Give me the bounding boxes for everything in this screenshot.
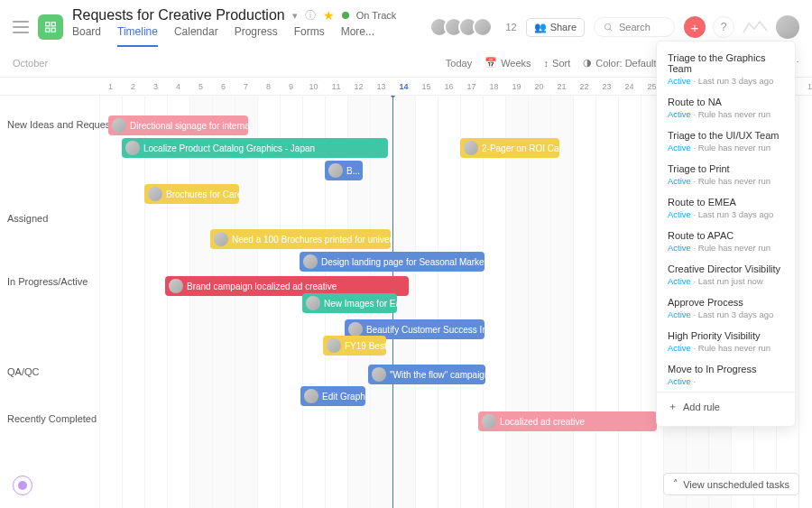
task-label: "With the flow" campaign assets xyxy=(390,370,485,380)
section-label[interactable]: Recently Completed xyxy=(7,413,97,424)
help-icon[interactable]: ? xyxy=(713,16,734,38)
user-avatar[interactable] xyxy=(776,15,799,39)
weeks-button[interactable]: 📅 Weeks xyxy=(484,57,531,69)
task-bar[interactable]: New Images for Each Regional Office xyxy=(302,293,397,313)
rule-meta: Active · Rule has never run xyxy=(668,176,784,186)
rule-item[interactable]: Triage to PrintActive · Rule has never r… xyxy=(657,158,795,191)
member-count: 12 xyxy=(505,22,516,32)
date-cell: 20 xyxy=(528,82,550,91)
tab-calendar[interactable]: Calendar xyxy=(174,25,218,47)
view-unscheduled-button[interactable]: ˄ View unscheduled tasks xyxy=(663,473,799,495)
task-bar[interactable]: 2-Pager on ROI Case Study xyxy=(460,138,559,158)
task-bar[interactable]: Directional signage for internal events xyxy=(108,115,248,135)
section-label[interactable]: QA/QC xyxy=(7,366,39,377)
date-cell: 22 xyxy=(573,82,595,91)
task-bar[interactable]: FY19 Best Of Infographic xyxy=(323,336,386,356)
rule-meta: Active · Rule has never run xyxy=(668,343,784,353)
task-label: Design landing page for Seasonal Marketi… xyxy=(321,257,484,267)
rule-item[interactable]: Route to NAActive · Rule has never run xyxy=(657,91,795,125)
rule-name: Triage to Print xyxy=(668,163,784,174)
rule-item[interactable]: Creative Director VisibilityActive · Las… xyxy=(657,258,795,291)
task-bar[interactable]: B... xyxy=(325,161,363,180)
svg-point-4 xyxy=(604,23,610,29)
record-icon[interactable] xyxy=(13,476,32,495)
task-bar[interactable]: Brochures for Career Fair xyxy=(144,184,239,204)
date-cell: 13 xyxy=(370,82,392,91)
rule-name: Route to NA xyxy=(668,97,784,107)
search-icon xyxy=(604,23,614,32)
task-label: New Images for Each Regional Office xyxy=(324,299,397,309)
task-label: B... xyxy=(346,166,360,176)
project-title[interactable]: Requests for Creative Production xyxy=(72,7,285,23)
add-rule-button[interactable]: ＋Add rule xyxy=(657,392,795,420)
date-cell: 10 xyxy=(302,82,325,91)
svg-line-5 xyxy=(610,28,612,30)
section-label[interactable]: In Progress/Active xyxy=(7,276,88,287)
task-bar[interactable]: Design landing page for Seasonal Marketi… xyxy=(300,252,484,272)
task-bar[interactable]: Edit Graph... 1 xyxy=(300,386,365,406)
section-label[interactable]: New Ideas and Requests xyxy=(7,119,118,130)
task-label: Brochures for Career Fair xyxy=(166,189,239,199)
rule-item[interactable]: Approve ProcessActive · Last run 3 days … xyxy=(657,291,795,325)
rule-meta: Active · Rule has never run xyxy=(668,143,784,152)
info-icon[interactable]: ⓘ xyxy=(305,8,316,23)
date-cell: 17 xyxy=(460,82,483,91)
upgrade-icon[interactable] xyxy=(742,18,769,36)
tab-more...[interactable]: More... xyxy=(341,25,374,47)
task-label: Edit Graph... 1 xyxy=(322,392,365,402)
chevron-down-icon[interactable]: ▾ xyxy=(292,10,298,22)
task-bar[interactable]: "With the flow" campaign assets xyxy=(368,365,485,384)
rule-item[interactable]: High Priority VisibilityActive · Rule ha… xyxy=(657,325,795,358)
rule-item[interactable]: Route to APACActive · Rule has never run xyxy=(657,225,795,258)
project-icon[interactable] xyxy=(38,14,63,40)
svg-rect-0 xyxy=(46,23,50,26)
member-stack[interactable] xyxy=(435,17,493,37)
add-button[interactable]: + xyxy=(684,16,706,38)
sort-button[interactable]: ↕ Sort xyxy=(544,58,571,69)
star-icon[interactable]: ★ xyxy=(323,8,335,23)
tab-forms[interactable]: Forms xyxy=(294,25,325,47)
task-label: Directional signage for internal events xyxy=(130,121,248,131)
task-label: Localize Product Catalog Graphics - Japa… xyxy=(143,143,315,153)
date-cell: 2 xyxy=(122,82,144,91)
rule-meta: Active · Last run 3 days ago xyxy=(668,209,784,219)
status-text[interactable]: On Track xyxy=(356,10,397,21)
rule-name: Triage to the UI/UX Team xyxy=(668,130,784,141)
rule-name: High Priority Visibility xyxy=(668,330,784,341)
tab-timeline[interactable]: Timeline xyxy=(117,25,158,47)
search-input[interactable]: Search xyxy=(594,17,675,37)
date-cell: 18 xyxy=(483,82,505,91)
menu-icon[interactable] xyxy=(13,21,29,33)
date-cell: 19 xyxy=(505,82,528,91)
share-button[interactable]: 👥Share xyxy=(526,18,585,37)
color-button[interactable]: ◑ Color: Default xyxy=(583,57,656,69)
date-cell: 24 xyxy=(618,82,641,91)
rule-item[interactable]: Triage to the Graphics TeamActive · Last… xyxy=(657,47,795,91)
status-dot xyxy=(342,12,349,19)
tab-board[interactable]: Board xyxy=(72,25,101,47)
date-cell: 1 xyxy=(798,82,812,91)
task-bar[interactable]: Localized ad creative xyxy=(478,411,657,431)
today-button[interactable]: Today xyxy=(446,58,472,69)
date-cell: 16 xyxy=(438,82,460,91)
rule-item[interactable]: Triage to the UI/UX TeamActive · Rule ha… xyxy=(657,125,795,158)
project-tabs: BoardTimelineCalendarProgressFormsMore..… xyxy=(72,25,396,47)
task-bar[interactable]: Need a 100 Brochures printed for univers… xyxy=(210,229,391,249)
task-bar[interactable]: Localize Product Catalog Graphics - Japa… xyxy=(122,138,388,158)
date-cell: 7 xyxy=(235,82,257,91)
task-label: Beautify Customer Success Infographic xyxy=(366,325,484,335)
rule-meta: Active · Rule has never run xyxy=(668,109,784,119)
rule-item[interactable]: Move to In ProgressActive · xyxy=(657,358,795,392)
chevron-up-icon: ˄ xyxy=(673,478,678,490)
tab-progress[interactable]: Progress xyxy=(235,25,278,47)
section-label[interactable]: Assigned xyxy=(7,213,48,224)
rule-meta: Active · Rule has never run xyxy=(668,243,784,253)
svg-rect-1 xyxy=(51,23,55,26)
rule-item[interactable]: Route to EMEAActive · Last run 3 days ag… xyxy=(657,191,795,225)
task-label: Brand campaign localized ad creative xyxy=(187,282,337,291)
date-cell: 14 xyxy=(392,82,415,91)
rule-meta: Active · Last run 3 days ago xyxy=(668,309,784,319)
month-label: October xyxy=(13,58,48,69)
date-cell: 5 xyxy=(189,82,212,91)
task-label: Localized ad creative xyxy=(500,417,585,427)
